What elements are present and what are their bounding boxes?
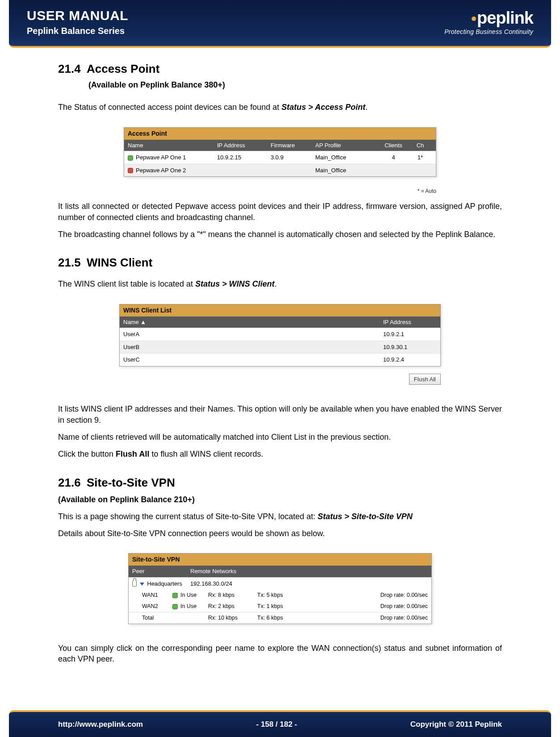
doc-title: USER MANUAL [27,8,128,23]
footer-copyright: Copyright © 2011 Peplink [410,720,502,729]
paragraph: Details about Site-to-Site VPN connectio… [58,528,502,539]
brand-dot-icon [472,17,476,21]
section-heading-21-4: 21.4Access Point [58,61,502,77]
footer-page-number: - 158 / 182 - [256,720,297,729]
table-header-row: Name IP Address Firmware AP Profile Clie… [124,140,436,151]
paragraph: This is a page showing the current statu… [58,511,502,522]
wins-client-table: WINS Client List Name ▲ IP Address UserA… [119,304,441,385]
paragraph: Click the button Flush All to flush all … [58,449,502,459]
brand-tagline: Protecting Business Continuity [444,28,533,35]
table-row[interactable]: UserB10.9.30.1 [120,341,440,354]
status-up-icon [172,604,178,609]
paragraph: You can simply click on the correspondin… [58,643,502,665]
vpn-total-row: Total Rx: 10 kbps Tx: 6 kbps Drop rate: … [129,612,431,624]
paragraph: It lists all connected or detected Pepwa… [58,201,502,223]
section-subheading-21-6: (Available on Peplink Balance 210+) [58,494,502,505]
paragraph: It lists WINS client IP addresses and th… [58,404,502,425]
table-header-row: Peer Remote Networks [129,566,431,577]
table-row[interactable]: UserC10.9.2.4 [120,353,440,366]
footer-url: http://www.peplink.com [58,720,143,729]
page-footer: http://www.peplink.com - 158 / 182 - Cop… [9,710,551,737]
paragraph: Name of clients retrieved will be automa… [58,432,502,442]
table-header-row[interactable]: Name ▲ IP Address [120,316,440,328]
paragraph: The broadcasting channel follows by a "*… [58,229,502,240]
vpn-wan-row: WAN2 In Use Rx: 2 kbps Tx: 1 kbps Drop r… [129,601,431,612]
panel-title: WINS Client List [120,304,440,316]
section-heading-21-5: 21.5WINS Client [58,255,502,271]
table-row[interactable]: UserA10.9.2.1 [120,328,440,341]
status-down-icon [128,168,133,173]
section-heading-21-6: 21.6Site-to-Site VPN [58,475,502,491]
lock-icon [132,581,137,587]
status-up-icon [128,155,133,161]
panel-title: Access Point [124,128,436,140]
doc-subtitle: Peplink Balance Series [27,26,128,36]
panel-title: Site-to-Site VPN [129,554,431,566]
table-row[interactable]: Pepwave AP One 2 Main_Office [124,164,436,177]
brand-logo: peplink [444,9,533,26]
site-to-site-vpn-table: Site-to-Site VPN Peer Remote Networks He… [128,553,432,624]
paragraph: The Status of connected access point dev… [58,102,502,112]
status-up-icon [172,593,178,598]
flush-all-button[interactable]: Flush All [409,374,441,385]
access-point-table: Access Point Name IP Address Firmware AP… [124,127,436,177]
section-subheading-21-4: (Available on Peplink Balance 380+) [88,79,502,90]
table-footnote: * = Auto [124,187,436,195]
expand-icon[interactable] [140,583,144,586]
page-header: USER MANUAL Peplink Balance Series pepli… [9,0,551,48]
table-row[interactable]: Pepwave AP One 1 10.9.2.15 3.0.9 Main_Of… [124,151,436,164]
paragraph: The WINS client list table is located at… [58,279,502,289]
vpn-wan-row: WAN1 In Use Rx: 8 kbps Tx: 5 kbps Drop r… [129,590,431,601]
vpn-peer-row[interactable]: Headquarters 192.168.30.0/24 [129,577,431,590]
